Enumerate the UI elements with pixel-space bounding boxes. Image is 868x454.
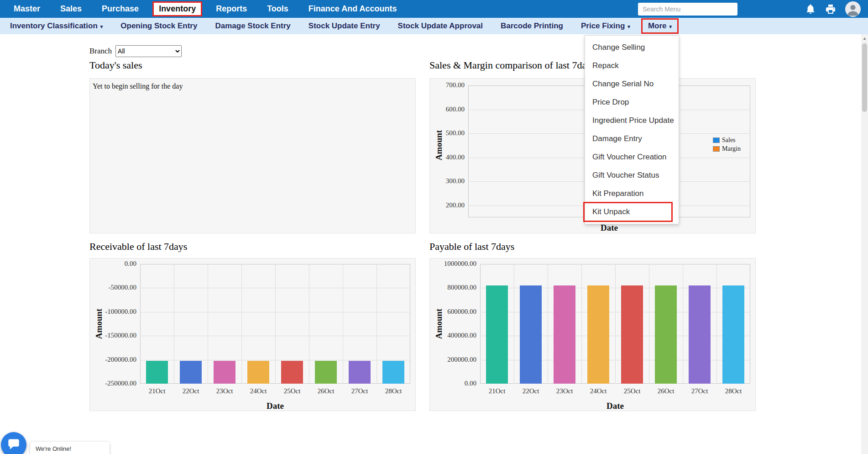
chat-launcher-button[interactable] <box>1 432 26 454</box>
x-tick-label: 23Oct <box>208 387 241 395</box>
bar-26oct <box>655 285 677 384</box>
dropdown-item-repack[interactable]: Repack <box>585 57 679 75</box>
legend-item-margin: Margin <box>713 145 741 153</box>
dropdown-item-kit-preparation[interactable]: Kit Preparation <box>585 185 679 203</box>
topnav-item-inventory[interactable]: Inventory <box>152 1 202 16</box>
bar-27oct <box>689 285 711 384</box>
y-axis-title: Amount <box>434 309 444 339</box>
bar-23oct <box>554 285 575 384</box>
x-tick-label: 27Oct <box>343 387 376 395</box>
topnav-item-reports[interactable]: Reports <box>216 4 247 14</box>
bar-28oct <box>382 361 404 384</box>
dropdown-item-change-selling[interactable]: Change Selling <box>585 38 679 57</box>
legend-label: Margin <box>722 145 741 153</box>
y-tick-label: -250000.00 <box>94 380 136 387</box>
no-sales-message: Yet to begin selling for the day <box>93 82 183 90</box>
x-tick-label: 21Oct <box>141 387 173 395</box>
y-tick-label: 1000000.00 <box>434 260 476 268</box>
y-tick-label: -50000.00 <box>94 284 136 291</box>
y-tick-label: -200000.00 <box>94 356 136 364</box>
dropdown-item-gift-voucher-creation[interactable]: Gift Voucher Creation <box>585 148 679 166</box>
chat-status-bubble[interactable]: We're Online! <box>30 442 110 454</box>
inventory-submenu: Inventory Classification▾Opening Stock E… <box>0 18 868 34</box>
subnav-item-price-fixing[interactable]: Price Fixing▾ <box>581 21 630 31</box>
chart-legend: SalesMargin <box>713 137 741 153</box>
x-tick-label: 22Oct <box>514 387 547 395</box>
gridline <box>514 264 514 384</box>
x-tick-label: 28Oct <box>717 387 750 395</box>
subnav-item-barcode-printing[interactable]: Barcode Printing <box>501 21 563 31</box>
legend-label: Sales <box>722 137 736 144</box>
dropdown-item-kit-unpack[interactable]: Kit Unpack <box>585 203 679 221</box>
dropdown-item-damage-entry[interactable]: Damage Entry <box>585 130 679 148</box>
bar-24oct <box>247 361 269 384</box>
bar-25oct <box>621 285 643 384</box>
subnav-item-opening-stock-entry[interactable]: Opening Stock Entry <box>120 21 197 31</box>
bar-23oct <box>214 361 235 384</box>
x-tick-label: 21Oct <box>481 387 513 395</box>
printer-icon[interactable] <box>825 4 836 15</box>
chevron-down-icon: ▾ <box>669 24 672 30</box>
gridline <box>275 264 276 384</box>
bar-22oct <box>520 285 542 384</box>
gridline <box>683 264 683 384</box>
scrollbar-thumb[interactable] <box>862 43 867 112</box>
x-axis-title: Date <box>601 223 618 233</box>
gridline <box>649 264 649 384</box>
x-tick-label: 26Oct <box>309 387 342 395</box>
bar-21oct <box>146 361 168 384</box>
subnav-item-damage-stock-entry[interactable]: Damage Stock Entry <box>215 21 290 31</box>
x-axis-title: Date <box>267 401 284 411</box>
bar-25oct <box>281 361 303 384</box>
more-dropdown-menu: Change SellingRepackChange Serial NoPric… <box>585 35 679 224</box>
gridline <box>174 264 174 384</box>
scroll-up-arrow-icon[interactable]: ▲ <box>861 35 868 42</box>
y-tick-label: 300.00 <box>423 177 465 185</box>
top-navbar: MasterSalesPurchaseInventoryReportsTools… <box>0 0 868 18</box>
x-tick-label: 22Oct <box>174 387 207 395</box>
legend-swatch-icon <box>713 146 720 152</box>
bar-21oct <box>486 285 508 384</box>
x-axis-title: Date <box>607 401 624 411</box>
todays-sales-title: Today's sales <box>89 59 142 71</box>
x-tick-label: 24Oct <box>582 387 615 395</box>
dropdown-item-gift-voucher-status[interactable]: Gift Voucher Status <box>585 166 679 185</box>
search-input[interactable] <box>638 3 737 16</box>
bar-24oct <box>587 285 609 384</box>
x-tick-label: 28Oct <box>377 387 410 395</box>
subnav-item-stock-update-approval[interactable]: Stock Update Approval <box>398 21 483 31</box>
receivable-title: Receivable of last 7days <box>89 241 187 253</box>
y-tick-label: 700.00 <box>423 81 465 89</box>
payable-chart-panel: 1000000.00800000.00600000.00400000.00200… <box>429 258 756 411</box>
user-avatar[interactable] <box>845 1 861 17</box>
subnav-item-more[interactable]: More▾ <box>641 18 679 34</box>
topnav-item-sales[interactable]: Sales <box>60 4 82 14</box>
subnav-item-inventory-classification[interactable]: Inventory Classification▾ <box>10 21 103 31</box>
dropdown-item-change-serial-no[interactable]: Change Serial No <box>585 75 679 93</box>
notification-bell-icon[interactable] <box>805 4 816 15</box>
topnav-item-tools[interactable]: Tools <box>267 4 288 14</box>
y-axis-title: Amount <box>94 309 104 339</box>
sales-margin-title: Sales & Margin comparison of last 7days <box>429 59 596 71</box>
dropdown-item-price-drop[interactable]: Price Drop <box>585 93 679 111</box>
y-tick-label: 800000.00 <box>434 284 476 291</box>
topbar-right-cluster <box>638 1 868 17</box>
bar-22oct <box>180 361 202 384</box>
y-tick-label: 200000.00 <box>434 356 476 364</box>
chat-status-text: We're Online! <box>36 445 104 452</box>
subnav-item-stock-update-entry[interactable]: Stock Update Entry <box>309 21 380 31</box>
vertical-scrollbar[interactable]: ▲ <box>861 34 868 454</box>
y-axis-title: Amount <box>434 130 444 161</box>
bar-26oct <box>315 361 337 384</box>
topnav-item-master[interactable]: Master <box>14 4 40 14</box>
payable-title: Payable of last 7days <box>429 241 514 253</box>
dropdown-item-ingredient-price-update[interactable]: Ingredient Price Update <box>585 111 679 130</box>
topnav-item-purchase[interactable]: Purchase <box>102 4 139 14</box>
gridline <box>548 264 548 384</box>
x-tick-label: 25Oct <box>616 387 648 395</box>
chevron-down-icon: ▾ <box>100 24 103 30</box>
branch-select[interactable]: All <box>115 45 182 57</box>
gridline <box>581 264 582 384</box>
topnav-item-finance-and-accounts[interactable]: Finance And Accounts <box>309 4 397 14</box>
gridline <box>208 264 208 384</box>
